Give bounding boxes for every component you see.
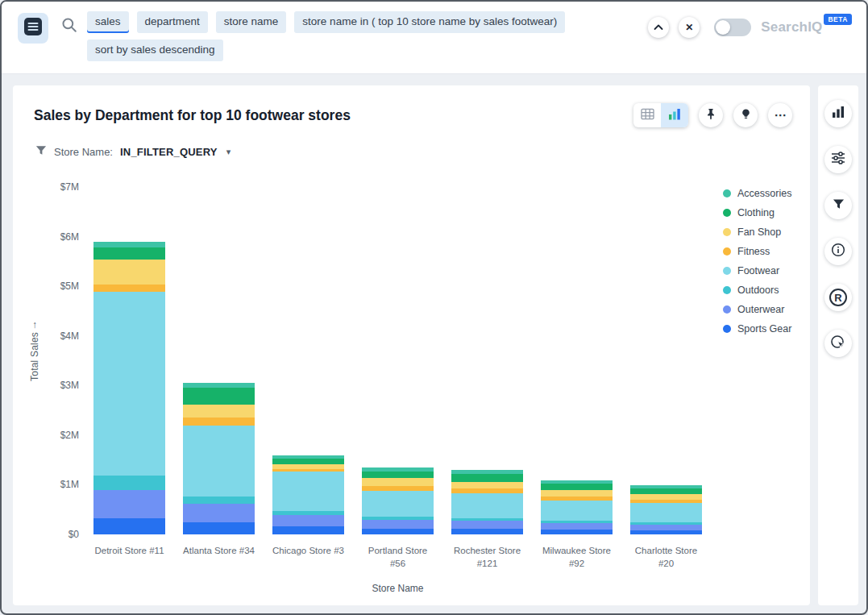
bar-segment[interactable] [362, 491, 434, 517]
table-view-button[interactable] [633, 103, 661, 127]
bar-segment[interactable] [272, 515, 344, 526]
search-token[interactable]: sort by sales descending [87, 39, 223, 61]
visualizations-button[interactable] [824, 100, 852, 127]
bar-segment[interactable] [451, 474, 523, 482]
filter-row: Store Name: IN_FILTER_QUERY ▾ [35, 145, 807, 158]
r-analysis-button[interactable]: R [824, 284, 852, 311]
y-axis: ↑ Total Sales $0$1M$2M$3M$4M$5M$6M$7M [24, 187, 89, 534]
bar-segment[interactable] [451, 521, 523, 529]
info-button[interactable] [824, 238, 852, 265]
searchiq-toggle[interactable] [714, 19, 751, 36]
legend-dot [723, 247, 731, 256]
bar-segment[interactable] [93, 285, 165, 292]
legend-label: Sports Gear [737, 323, 791, 335]
bar-segment[interactable] [541, 523, 613, 530]
more-options-button[interactable]: ⋯ [768, 103, 792, 127]
bar-segment[interactable] [183, 522, 255, 534]
bar-segment[interactable] [183, 497, 255, 505]
legend-item[interactable]: Outdoors [723, 280, 791, 300]
bar-segment[interactable] [272, 472, 344, 511]
bar-segment[interactable] [451, 529, 523, 534]
bar-segment[interactable] [630, 494, 702, 500]
legend-item[interactable]: Fitness [723, 242, 791, 261]
close-icon: ✕ [685, 22, 693, 33]
legend-label: Outdoors [737, 285, 779, 296]
bar-segment[interactable] [183, 388, 255, 404]
search-token[interactable]: sales [87, 11, 129, 33]
legend-item[interactable]: Clothing [723, 203, 791, 222]
chevron-down-icon[interactable]: ▾ [226, 147, 231, 157]
ellipsis-icon: ⋯ [775, 108, 787, 123]
legend-label: Fan Shop [737, 226, 781, 238]
legend-dot [723, 305, 731, 314]
bar-segment[interactable] [541, 530, 613, 534]
bar-segment[interactable] [451, 493, 523, 518]
bar-segment[interactable] [451, 482, 523, 489]
bar-detroit-store-11[interactable] [93, 187, 165, 534]
data-sources-button[interactable] [18, 13, 48, 44]
x-axis-title: Store Name [93, 583, 702, 594]
legend-item[interactable]: Fan Shop [723, 222, 791, 242]
collapse-search-button[interactable] [648, 17, 669, 38]
x-tick-label: Portland Store #56 [362, 544, 434, 570]
legend-label: Footwear [737, 265, 779, 276]
searchiq-label-group: SearchIQ BETA [761, 19, 852, 35]
bar-segment[interactable] [93, 292, 165, 476]
bar-segment[interactable] [183, 405, 255, 418]
bar-segment[interactable] [541, 501, 613, 522]
bar-segment[interactable] [630, 503, 702, 522]
bar-segment[interactable] [630, 530, 702, 534]
bar-segment[interactable] [362, 472, 434, 479]
legend-dot [723, 228, 731, 236]
search-token[interactable]: store name in ( top 10 store name by sal… [294, 11, 565, 33]
legend-item[interactable]: Outerwear [723, 300, 791, 319]
filter-label: Store Name: [54, 146, 113, 158]
y-tick-label: $1M [31, 479, 79, 490]
legend-item[interactable]: Footwear [723, 261, 791, 280]
bar-segment[interactable] [362, 529, 434, 534]
bar-segment[interactable] [272, 526, 344, 534]
bar-segment[interactable] [93, 242, 165, 247]
bar-segment[interactable] [183, 418, 255, 425]
bar-milwaukee-store-92[interactable] [541, 187, 613, 534]
x-tick-label: Detroit Store #11 [93, 544, 165, 570]
bar-segment[interactable] [630, 488, 702, 494]
bar-segment[interactable] [630, 525, 702, 530]
filter-value-dropdown[interactable]: IN_FILTER_QUERY [120, 146, 218, 158]
search-bar: salesdepartmentstore namestore name in (… [2, 2, 866, 74]
clear-search-button[interactable]: ✕ [679, 17, 700, 38]
search-token[interactable]: store name [216, 11, 287, 33]
legend-item[interactable]: Accessories [723, 184, 791, 203]
bar-segment[interactable] [93, 247, 165, 260]
beta-badge: BETA [824, 14, 852, 25]
bar-segment[interactable] [362, 478, 434, 485]
bar-portland-store-56[interactable] [362, 187, 434, 534]
bar-atlanta-store-34[interactable] [183, 187, 255, 534]
search-token[interactable]: department [137, 11, 208, 33]
lightbulb-icon [741, 108, 751, 123]
configure-button[interactable] [824, 146, 852, 173]
bar-segment[interactable] [183, 426, 255, 497]
bar-charlotte-store-20[interactable] [630, 187, 702, 534]
legend-dot [723, 189, 731, 197]
chart-view-button[interactable] [661, 103, 688, 127]
answer-toolbar: ⋯ [633, 103, 792, 127]
bar-segment[interactable] [541, 490, 613, 497]
bar-segment[interactable] [93, 476, 165, 490]
y-tick-label: $0 [31, 529, 79, 540]
pin-icon [705, 108, 716, 123]
bar-segment[interactable] [541, 484, 613, 489]
bar-segment[interactable] [93, 260, 165, 285]
bar-rochester-store-121[interactable] [451, 187, 523, 534]
filters-button[interactable] [824, 192, 852, 219]
search-tokens[interactable]: salesdepartmentstore namestore name in (… [87, 11, 607, 61]
legend-item[interactable]: Sports Gear [723, 319, 791, 339]
explore-button[interactable] [824, 330, 852, 357]
bar-segment[interactable] [93, 518, 165, 534]
insights-button[interactable] [733, 103, 758, 127]
bar-segment[interactable] [183, 504, 255, 522]
bar-segment[interactable] [93, 490, 165, 518]
bar-segment[interactable] [362, 520, 434, 529]
pin-button[interactable] [699, 103, 723, 127]
bar-chicago-store-3[interactable] [272, 187, 344, 534]
